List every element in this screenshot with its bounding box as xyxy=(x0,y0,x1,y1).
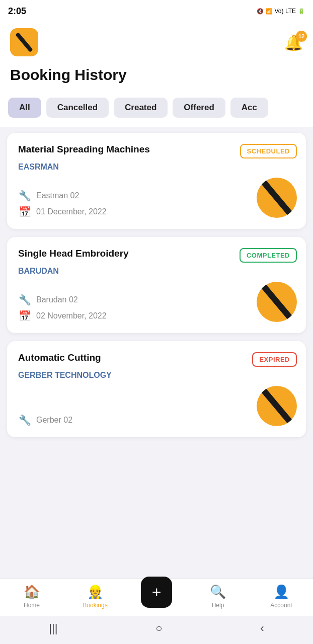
page-title-section: Booking History xyxy=(0,64,313,93)
technician-icon: 🔧 xyxy=(18,414,31,426)
booking-date: 01 December, 2022 xyxy=(36,207,107,216)
booking-thumb xyxy=(257,386,297,426)
card-details: 🔧 Gerber 02 xyxy=(18,414,72,426)
filter-tab-cancelled[interactable]: Cancelled xyxy=(46,98,109,118)
technician-icon: 🔧 xyxy=(18,190,31,202)
signal-icon: Vo) LTE xyxy=(275,8,296,15)
wifi-icon: 📶 xyxy=(266,8,273,15)
mute-icon: 🔇 xyxy=(257,8,264,15)
nav-item-home[interactable]: 🏠 Home xyxy=(14,584,49,609)
booking-thumb xyxy=(257,282,297,322)
technician-icon: 🔧 xyxy=(18,294,31,306)
booking-thumb xyxy=(257,178,297,218)
card-top-row: Material Spreading Machines SCHEDULED xyxy=(18,144,297,158)
technician-row: 🔧 Gerber 02 xyxy=(18,414,72,426)
page-title: Booking History xyxy=(10,66,303,84)
technician-row: 🔧 Eastman 02 xyxy=(18,190,107,202)
sys-home-button[interactable]: ○ xyxy=(155,622,162,635)
booking-title: Material Spreading Machines xyxy=(18,144,240,155)
status-time: 2:05 xyxy=(8,6,26,17)
booking-title: Automatic Cutting xyxy=(18,352,252,363)
home-icon: 🏠 xyxy=(24,584,40,600)
nav-item-account[interactable]: 👤 Account xyxy=(264,584,299,609)
nav-help-label: Help xyxy=(212,602,224,609)
technician-name: Barudan 02 xyxy=(36,295,78,304)
card-top-row: Automatic Cutting EXPIRED xyxy=(18,352,297,367)
booking-brand: GERBER TECHNOLOGY xyxy=(18,371,297,380)
logo-stripe xyxy=(15,33,34,52)
nav-item-help[interactable]: 🔍 Help xyxy=(200,584,236,609)
filter-tab-accepted[interactable]: Acc xyxy=(230,98,268,118)
booking-brand: EASRMAN xyxy=(18,163,297,172)
nav-bookings-label: Bookings xyxy=(83,602,107,609)
status-badge: SCHEDULED xyxy=(240,144,297,158)
booking-card[interactable]: Automatic Cutting EXPIRED GERBER TECHNOL… xyxy=(7,341,306,437)
date-row: 📅 02 November, 2022 xyxy=(18,310,107,322)
booking-date: 02 November, 2022 xyxy=(36,311,107,320)
card-body: 🔧 Gerber 02 xyxy=(18,386,297,426)
sys-back-button[interactable]: ‹ xyxy=(260,622,264,635)
help-icon: 🔍 xyxy=(210,584,226,600)
bottom-nav: 🏠 Home 👷 Bookings + 🔍 Help 👤 Account xyxy=(0,579,313,616)
status-badge: COMPLETED xyxy=(240,248,297,263)
date-row: 📅 01 December, 2022 xyxy=(18,206,107,218)
account-icon: 👤 xyxy=(273,584,289,600)
status-bar: 2:05 🔇 📶 Vo) LTE 🔋 xyxy=(0,0,313,22)
booking-card[interactable]: Single Head Embroidery COMPLETED BARUDAN… xyxy=(7,237,306,333)
filter-tab-offered[interactable]: Offered xyxy=(173,98,225,118)
bookings-icon: 👷 xyxy=(87,584,103,600)
booking-brand: BARUDAN xyxy=(18,267,297,276)
add-icon: + xyxy=(152,584,162,600)
technician-name: Eastman 02 xyxy=(36,191,79,200)
battery-icon: 🔋 xyxy=(298,8,305,15)
card-details: 🔧 Barudan 02 📅 02 November, 2022 xyxy=(18,294,107,322)
nav-home-label: Home xyxy=(24,602,40,609)
notification-badge: 12 xyxy=(296,31,307,42)
technician-row: 🔧 Barudan 02 xyxy=(18,294,107,306)
nav-item-bookings[interactable]: 👷 Bookings xyxy=(77,584,113,609)
system-nav-bar: ||| ○ ‹ xyxy=(0,616,313,644)
calendar-icon: 📅 xyxy=(18,310,31,322)
calendar-icon: 📅 xyxy=(18,206,31,218)
add-booking-button[interactable]: + xyxy=(141,577,172,608)
status-icons: 🔇 📶 Vo) LTE 🔋 xyxy=(257,8,305,15)
technician-name: Gerber 02 xyxy=(36,416,72,425)
booking-card[interactable]: Material Spreading Machines SCHEDULED EA… xyxy=(7,133,306,229)
sys-menu-button[interactable]: ||| xyxy=(49,622,57,635)
card-details: 🔧 Eastman 02 📅 01 December, 2022 xyxy=(18,190,107,218)
filter-tab-created[interactable]: Created xyxy=(114,98,168,118)
card-top-row: Single Head Embroidery COMPLETED xyxy=(18,248,297,263)
app-logo xyxy=(10,28,38,56)
card-body: 🔧 Eastman 02 📅 01 December, 2022 xyxy=(18,178,297,218)
filter-tabs-container: All Cancelled Created Offered Acc xyxy=(0,93,313,127)
card-body: 🔧 Barudan 02 📅 02 November, 2022 xyxy=(18,282,297,322)
nav-account-label: Account xyxy=(270,602,292,609)
filter-tab-all[interactable]: All xyxy=(8,98,41,118)
booking-cards-area: Material Spreading Machines SCHEDULED EA… xyxy=(0,127,313,579)
notification-bell-button[interactable]: 🔔 12 xyxy=(284,34,303,51)
top-header: 🔔 12 xyxy=(0,22,313,64)
status-badge: EXPIRED xyxy=(252,352,297,367)
booking-title: Single Head Embroidery xyxy=(18,248,240,259)
